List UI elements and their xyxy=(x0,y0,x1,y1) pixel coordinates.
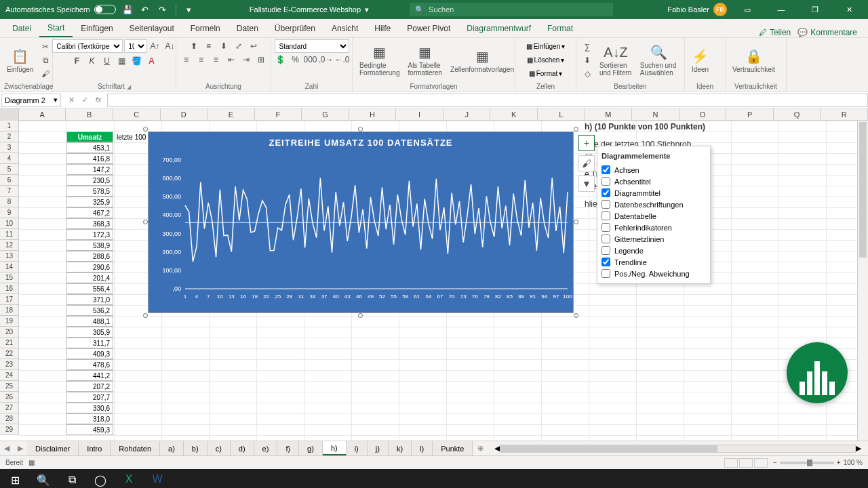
bold-button[interactable]: F xyxy=(71,54,84,68)
decrease-indent-icon[interactable]: ⇤ xyxy=(224,53,238,66)
cell[interactable]: 453,1 xyxy=(66,142,113,153)
share-button[interactable]: 🖊 Teilen xyxy=(759,28,791,37)
sheet-tab[interactable]: g) xyxy=(299,441,323,455)
row-header[interactable]: 1 xyxy=(0,121,18,131)
wrap-text-icon[interactable]: ↩ xyxy=(247,39,260,53)
underline-button[interactable]: U xyxy=(100,54,114,68)
column-header[interactable]: R xyxy=(821,108,868,121)
row-header[interactable]: 20 xyxy=(0,327,18,338)
percent-format-icon[interactable]: % xyxy=(288,53,302,66)
format-as-table-button[interactable]: ▦Als Tabelle formatieren xyxy=(405,40,445,81)
column-header[interactable]: E xyxy=(208,108,255,121)
tab-layout[interactable]: Seitenlayout xyxy=(121,19,182,37)
flyout-checkbox-item[interactable]: Achsen xyxy=(601,164,706,176)
sort-filter-button[interactable]: A↓ZSortieren und Filtern xyxy=(597,40,635,81)
select-all-corner[interactable] xyxy=(0,108,19,121)
row-header[interactable]: 14 xyxy=(0,262,18,272)
user-account[interactable]: Fabio Basler FB xyxy=(667,3,727,16)
align-right-icon[interactable]: ≡ xyxy=(210,53,223,66)
column-header[interactable]: O xyxy=(679,108,727,121)
tab-chart-design[interactable]: Diagrammentwurf xyxy=(458,19,539,37)
comma-format-icon[interactable]: 000 xyxy=(303,53,317,66)
increase-indent-icon[interactable]: ⇥ xyxy=(239,53,253,66)
column-header[interactable]: I xyxy=(396,108,443,121)
flyout-checkbox-item[interactable]: Datenbeschriftungen xyxy=(601,199,706,210)
column-header[interactable]: F xyxy=(255,108,302,121)
maximize-icon[interactable]: ❐ xyxy=(802,0,829,19)
cortana-icon[interactable]: ◯ xyxy=(87,469,114,488)
row-header[interactable]: 26 xyxy=(0,392,18,403)
zoom-level[interactable]: 100 % xyxy=(844,459,863,466)
row-header[interactable]: 8 xyxy=(0,197,18,207)
decrease-decimal-icon[interactable]: ←.0 xyxy=(335,53,350,66)
minimize-icon[interactable]: — xyxy=(768,0,795,19)
cell[interactable]: 288,6 xyxy=(66,251,113,262)
sheet-tab[interactable]: a) xyxy=(160,441,184,455)
row-header[interactable]: 4 xyxy=(0,153,18,164)
cell-styles-button[interactable]: ▦Zellenformatvorlagen xyxy=(448,40,517,81)
sheet-tab[interactable]: h) xyxy=(323,441,347,455)
cell[interactable]: 207,7 xyxy=(66,392,113,403)
format-painter-icon[interactable]: 🖌 xyxy=(39,67,52,81)
row-header[interactable]: 12 xyxy=(0,240,18,251)
column-header[interactable]: G xyxy=(302,108,349,121)
conditional-formatting-button[interactable]: ▦Bedingte Formatierung xyxy=(357,40,402,81)
number-format-select[interactable]: Standard xyxy=(275,39,349,53)
ideas-button[interactable]: ⚡Ideen xyxy=(689,40,711,81)
tab-data[interactable]: Daten xyxy=(229,19,267,37)
tab-formulas[interactable]: Formeln xyxy=(182,19,229,37)
sheet-tab[interactable]: e) xyxy=(254,441,278,455)
italic-button[interactable]: K xyxy=(85,54,99,68)
orientation-icon[interactable]: ⤢ xyxy=(232,39,245,53)
flyout-checkbox-item[interactable]: Gitternetzlinien xyxy=(601,233,706,245)
chart-styles-button[interactable]: 🖌 xyxy=(578,155,595,171)
font-color-icon[interactable]: A xyxy=(145,54,159,68)
increase-decimal-icon[interactable]: .0→ xyxy=(319,53,334,66)
cell[interactable]: 538,9 xyxy=(66,240,113,251)
align-left-icon[interactable]: ≡ xyxy=(180,53,193,66)
find-select-button[interactable]: 🔍Suchen und Auswählen xyxy=(637,40,680,81)
zoom-out-button[interactable]: − xyxy=(773,459,777,466)
touch-mode-icon[interactable]: ▾ xyxy=(183,3,195,16)
column-header[interactable]: N xyxy=(632,108,679,121)
tab-help[interactable]: Hilfe xyxy=(366,19,399,37)
chart-plot-area[interactable]: ,00100,00200,00300,00400,00500,00600,007… xyxy=(149,153,574,309)
font-dialog-launcher[interactable]: ◢ xyxy=(127,84,131,90)
cell[interactable]: 172,3 xyxy=(66,229,113,240)
merge-icon[interactable]: ⊞ xyxy=(254,53,268,66)
cell[interactable]: 578,5 xyxy=(66,186,113,197)
row-header[interactable]: 22 xyxy=(0,348,18,359)
excel-app-icon[interactable]: X xyxy=(115,469,142,488)
sheet-tab[interactable]: f) xyxy=(277,441,299,455)
cell[interactable]: 230,5 xyxy=(66,175,113,186)
comments-button[interactable]: 💬 Kommentare xyxy=(797,28,857,37)
sheet-tab[interactable]: i) xyxy=(347,441,368,455)
page-break-view-button[interactable] xyxy=(754,458,768,468)
column-header[interactable]: Q xyxy=(774,108,821,121)
sheet-tab[interactable]: Disclaimer xyxy=(27,441,79,455)
clear-icon[interactable]: ◇ xyxy=(580,67,594,81)
row-header[interactable]: 9 xyxy=(0,207,18,218)
cell[interactable]: 325,9 xyxy=(66,197,113,207)
sheet-tab[interactable]: c) xyxy=(208,441,231,455)
sheet-tab[interactable]: k) xyxy=(389,441,412,455)
fill-icon[interactable]: ⬇ xyxy=(580,54,594,67)
cell[interactable]: 318,0 xyxy=(66,413,113,424)
cell[interactable]: 536,2 xyxy=(66,305,113,316)
cell[interactable]: 290,6 xyxy=(66,262,113,272)
row-header[interactable]: 15 xyxy=(0,272,18,283)
column-header[interactable]: M xyxy=(585,108,633,121)
close-icon[interactable]: ✕ xyxy=(835,0,863,19)
cell[interactable]: 311,7 xyxy=(66,338,113,348)
font-name-select[interactable]: Calibri (Textkörper) xyxy=(52,39,123,53)
cell[interactable]: 147,2 xyxy=(66,164,113,175)
tab-file[interactable]: Datei xyxy=(4,19,39,37)
decrease-font-icon[interactable]: A↓ xyxy=(163,39,177,53)
cancel-formula-icon[interactable]: ✕ xyxy=(65,96,77,104)
add-sheet-button[interactable]: ⊕ xyxy=(473,444,488,453)
cell[interactable]: 441,2 xyxy=(66,370,113,381)
row-header[interactable]: 7 xyxy=(0,186,18,197)
row-header[interactable]: 28 xyxy=(0,413,18,424)
cell[interactable]: 330,6 xyxy=(66,403,113,413)
align-top-icon[interactable]: ⬆ xyxy=(187,39,201,53)
